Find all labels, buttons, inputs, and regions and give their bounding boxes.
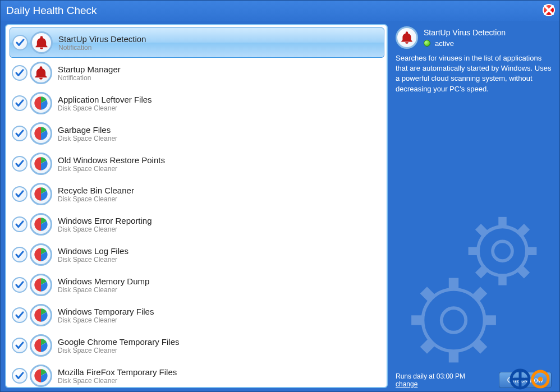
task-item[interactable]: Garbage FilesDisk Space Cleaner bbox=[10, 118, 384, 149]
task-checkbox[interactable] bbox=[12, 216, 27, 232]
task-title: Windows Memory Dump bbox=[58, 276, 149, 286]
task-subtitle: Disk Space Cleaner bbox=[58, 286, 149, 294]
task-title: Windows Log Files bbox=[58, 246, 128, 256]
body-area: StartUp Virus DetectionNotificationStart… bbox=[1, 21, 559, 391]
task-checkbox[interactable] bbox=[12, 156, 27, 172]
change-schedule-link[interactable]: change bbox=[396, 380, 417, 388]
task-subtitle: Disk Space Cleaner bbox=[58, 195, 134, 203]
detail-header: StartUp Virus Detection active bbox=[396, 26, 552, 49]
task-icon-wrap bbox=[30, 243, 52, 266]
task-title: Windows Error Reporting bbox=[58, 216, 152, 225]
task-icon-wrap bbox=[30, 365, 52, 387]
task-icon-wrap bbox=[30, 183, 52, 205]
task-checkbox[interactable] bbox=[12, 186, 27, 202]
task-title: StartUp Virus Detection bbox=[58, 34, 146, 44]
task-item[interactable]: StartUp Virus DetectionNotification bbox=[10, 27, 384, 58]
pie-chart-icon bbox=[33, 156, 49, 172]
task-title: Old Windows Restore Points bbox=[58, 155, 165, 165]
task-item[interactable]: Recycle Bin CleanerDisk Space Cleaner bbox=[10, 179, 384, 209]
task-checkbox[interactable] bbox=[12, 307, 27, 323]
pie-chart-icon bbox=[33, 368, 49, 384]
detail-status-text: active bbox=[435, 39, 454, 48]
task-item[interactable]: Google Chrome Temporary FilesDisk Space … bbox=[10, 330, 384, 361]
task-icon-wrap bbox=[30, 31, 53, 54]
svg-line-7 bbox=[520, 269, 527, 276]
task-subtitle: Disk Space Cleaner bbox=[58, 104, 152, 112]
app-window: Daily Health Check StartUp Virus Detecti… bbox=[0, 0, 560, 392]
task-icon-wrap bbox=[30, 274, 52, 296]
task-list-panel: StartUp Virus DetectionNotificationStart… bbox=[5, 24, 388, 388]
svg-point-10 bbox=[423, 289, 484, 351]
task-subtitle: Disk Space Cleaner bbox=[58, 256, 128, 264]
task-checkbox[interactable] bbox=[12, 277, 27, 293]
check-icon bbox=[15, 159, 25, 169]
task-subtitle: Disk Space Cleaner bbox=[58, 316, 154, 324]
schedule-text: Runs daily at 03:00 PM bbox=[396, 372, 465, 380]
task-title: Google Chrome Temporary Files bbox=[58, 337, 179, 347]
task-title: Recycle Bin Cleaner bbox=[58, 186, 134, 195]
pie-chart-icon bbox=[33, 338, 49, 353]
pie-chart-icon bbox=[33, 186, 49, 202]
task-icon-wrap bbox=[30, 334, 52, 357]
task-checkbox[interactable] bbox=[12, 35, 28, 50]
task-icon-wrap bbox=[30, 92, 52, 114]
task-item[interactable]: Windows Log FilesDisk Space Cleaner bbox=[10, 239, 384, 270]
svg-line-18 bbox=[424, 342, 432, 351]
svg-line-17 bbox=[476, 342, 484, 351]
window-title: Daily Health Check bbox=[6, 4, 97, 17]
task-title: Garbage Files bbox=[58, 125, 117, 135]
check-icon bbox=[15, 128, 25, 139]
task-icon-wrap bbox=[30, 122, 52, 145]
pie-chart-icon bbox=[33, 95, 49, 111]
close-button[interactable] bbox=[543, 4, 555, 16]
task-checkbox[interactable] bbox=[12, 95, 27, 111]
task-item[interactable]: Windows Memory DumpDisk Space Cleaner bbox=[10, 270, 384, 300]
gears-decoration-icon bbox=[397, 206, 559, 369]
check-icon bbox=[15, 340, 25, 351]
detail-status: active bbox=[424, 39, 506, 48]
svg-point-1 bbox=[493, 241, 512, 261]
pie-chart-icon bbox=[33, 247, 49, 262]
task-title: Windows Temporary Files bbox=[58, 307, 154, 316]
task-checkbox[interactable] bbox=[12, 368, 27, 384]
task-item[interactable]: Mozilla FireFox Temporary FilesDisk Spac… bbox=[10, 361, 384, 387]
detail-title: StartUp Virus Detection bbox=[424, 28, 506, 37]
check-icon bbox=[15, 250, 25, 260]
task-checkbox[interactable] bbox=[12, 338, 27, 353]
check-icon bbox=[15, 280, 25, 290]
task-item[interactable]: Windows Temporary FilesDisk Space Cleane… bbox=[10, 300, 384, 330]
svg-line-6 bbox=[478, 227, 485, 233]
task-item[interactable]: Windows Error ReportingDisk Space Cleane… bbox=[10, 209, 384, 239]
svg-point-11 bbox=[442, 308, 466, 333]
check-icon bbox=[15, 38, 25, 48]
check-now-button[interactable]: Check now bbox=[499, 372, 552, 388]
task-subtitle: Notification bbox=[58, 74, 121, 82]
detail-icon-wrap bbox=[396, 26, 418, 49]
check-icon bbox=[15, 310, 25, 320]
pie-chart-icon bbox=[33, 126, 49, 141]
bell-icon bbox=[400, 30, 414, 45]
bell-icon bbox=[33, 65, 49, 81]
task-title: Mozilla FireFox Temporary Files bbox=[58, 367, 177, 377]
check-icon bbox=[15, 371, 25, 381]
footer: Runs daily at 03:00 PM change Check now bbox=[396, 372, 552, 388]
close-icon bbox=[544, 5, 554, 15]
task-item[interactable]: Startup ManagerNotification bbox=[10, 58, 384, 88]
task-subtitle: Disk Space Cleaner bbox=[58, 377, 177, 385]
svg-line-16 bbox=[424, 290, 432, 298]
task-icon-wrap bbox=[30, 62, 52, 84]
pie-chart-icon bbox=[33, 216, 49, 232]
task-icon-wrap bbox=[30, 213, 52, 236]
check-icon bbox=[15, 189, 25, 199]
task-list[interactable]: StartUp Virus DetectionNotificationStart… bbox=[6, 25, 387, 387]
pie-chart-icon bbox=[33, 277, 49, 293]
task-item[interactable]: Application Leftover FilesDisk Space Cle… bbox=[10, 88, 384, 118]
task-item[interactable]: Old Windows Restore PointsDisk Space Cle… bbox=[10, 149, 384, 179]
task-subtitle: Disk Space Cleaner bbox=[58, 225, 152, 233]
task-checkbox[interactable] bbox=[12, 65, 27, 81]
svg-line-19 bbox=[476, 290, 484, 298]
detail-description: Searches for viruses in the list of appl… bbox=[396, 53, 552, 94]
task-checkbox[interactable] bbox=[12, 247, 27, 262]
task-title: Application Leftover Files bbox=[58, 95, 152, 104]
task-checkbox[interactable] bbox=[12, 126, 27, 141]
